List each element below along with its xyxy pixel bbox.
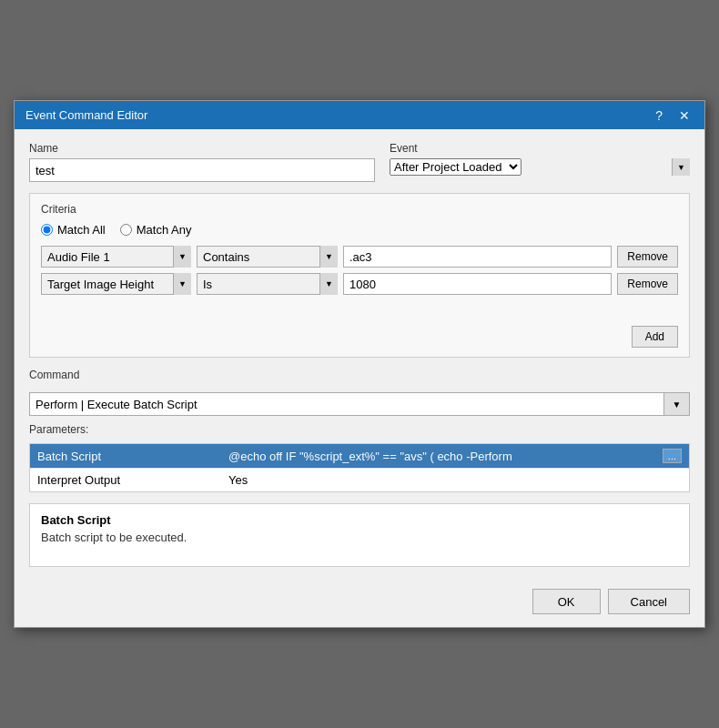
parameters-label: Parameters: (29, 423, 690, 436)
criteria-value-wrapper-2 (343, 273, 612, 295)
match-any-label: Match Any (137, 223, 192, 237)
name-input[interactable] (29, 158, 375, 182)
command-section: Command Perform | Execute Batch Script P… (29, 369, 690, 492)
command-select-wrapper: Perform | Execute Batch Script Perform |… (29, 392, 664, 416)
criteria-condition-2: Contains Is ▼ (197, 273, 338, 295)
event-command-editor-dialog: Event Command Editor ? ✕ Name Event Afte… (14, 100, 705, 628)
description-text: Batch script to be executed. (41, 531, 678, 544)
command-row: Perform | Execute Batch Script Perform |… (29, 392, 690, 416)
batch-script-ellipsis-btn[interactable]: ... (663, 449, 682, 463)
description-title: Batch Script (41, 513, 678, 527)
command-label: Command (29, 369, 690, 381)
criteria-condition-select-2[interactable]: Contains Is (197, 273, 338, 295)
title-bar: Event Command Editor ? ✕ (15, 101, 704, 129)
criteria-field-select-2[interactable]: Audio File 1 Target Image Height (41, 273, 191, 295)
criteria-value-input-2[interactable] (343, 273, 612, 295)
parameters-table: Batch Script @echo off IF "%script_ext%"… (29, 443, 690, 492)
params-row-interpret-output[interactable]: Interpret Output Yes (30, 469, 689, 491)
event-select[interactable]: After Project Loaded Before Project Save… (390, 158, 522, 176)
description-box: Batch Script Batch script to be executed… (29, 503, 690, 567)
params-row-batch-script[interactable]: Batch Script @echo off IF "%script_ext%"… (30, 444, 689, 469)
command-dropdown-btn[interactable]: ▼ (664, 392, 690, 416)
match-all-radio[interactable]: Match All (41, 223, 106, 237)
name-label: Name (29, 142, 375, 155)
dialog-title: Event Command Editor (25, 108, 147, 122)
match-any-radio[interactable]: Match Any (120, 223, 192, 237)
match-all-label: Match All (57, 223, 106, 237)
criteria-value-wrapper-1 (343, 246, 612, 268)
event-label: Event (390, 142, 690, 155)
command-select[interactable]: Perform | Execute Batch Script Perform |… (29, 392, 664, 416)
params-key-interpret-output: Interpret Output (30, 469, 221, 491)
params-value-text-interpret-output: Yes (228, 473, 248, 487)
criteria-add-btn[interactable]: Add (632, 326, 678, 348)
criteria-rows: Audio File 1 Target Image Height ▼ Conta… (41, 246, 678, 295)
event-select-wrapper: After Project Loaded Before Project Save… (390, 158, 690, 176)
criteria-field-select-1[interactable]: Audio File 1 Target Image Height (41, 246, 191, 268)
criteria-condition-select-1[interactable]: Contains Is Starts With (197, 246, 338, 268)
ok-button[interactable]: OK (532, 589, 601, 614)
close-button[interactable]: ✕ (675, 109, 694, 122)
event-section: Event After Project Loaded Before Projec… (390, 142, 690, 182)
criteria-radio-row: Match All Match Any (41, 223, 678, 237)
add-row: Add (41, 326, 678, 348)
criteria-row-2: Audio File 1 Target Image Height ▼ Conta… (41, 273, 678, 295)
params-key-batch-script: Batch Script (30, 445, 221, 468)
dialog-body: Name Event After Project Loaded Before P… (15, 129, 704, 580)
criteria-condition-1: Contains Is Starts With ▼ (197, 246, 338, 268)
params-value-batch-script: @echo off IF "%script_ext%" == "avs" ( e… (221, 444, 689, 468)
event-dropdown-arrow: ▼ (672, 158, 690, 176)
criteria-empty-space (41, 295, 678, 322)
dialog-footer: OK Cancel (15, 580, 704, 627)
params-value-text-batch-script: @echo off IF "%script_ext%" == "avs" ( e… (228, 450, 512, 463)
criteria-remove-btn-1[interactable]: Remove (617, 246, 678, 268)
criteria-row-1: Audio File 1 Target Image Height ▼ Conta… (41, 246, 678, 268)
criteria-section: Criteria Match All Match Any Audio File … (29, 193, 690, 358)
criteria-remove-btn-2[interactable]: Remove (617, 273, 678, 295)
cancel-button[interactable]: Cancel (608, 589, 690, 614)
help-button[interactable]: ? (652, 109, 666, 122)
criteria-field-1: Audio File 1 Target Image Height ▼ (41, 246, 191, 268)
criteria-label: Criteria (41, 203, 678, 216)
title-bar-controls: ? ✕ (652, 109, 694, 122)
criteria-field-2: Audio File 1 Target Image Height ▼ (41, 273, 191, 295)
params-value-interpret-output: Yes (221, 469, 689, 491)
name-section: Name (29, 142, 375, 182)
name-event-row: Name Event After Project Loaded Before P… (29, 142, 690, 182)
criteria-value-input-1[interactable] (343, 246, 612, 268)
